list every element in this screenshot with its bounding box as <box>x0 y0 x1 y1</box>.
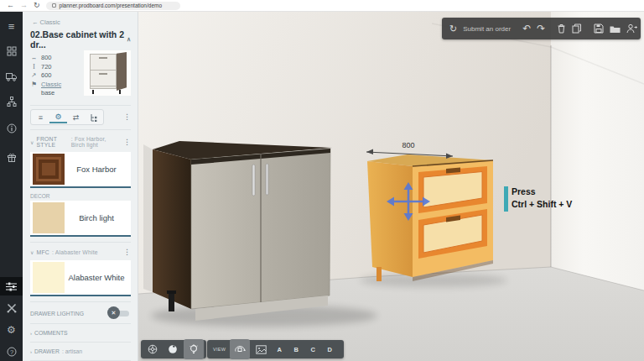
camera-d-button[interactable]: D <box>322 346 337 353</box>
thumb-front <box>90 54 117 89</box>
dimension-label: 800 <box>402 141 414 149</box>
thumb-drawer <box>91 71 116 86</box>
copy-icon[interactable] <box>572 24 582 34</box>
help-icon[interactable]: ? <box>0 343 23 361</box>
grid-icon[interactable] <box>0 42 23 60</box>
thumb-side <box>117 52 127 91</box>
cabinet-gray-doors[interactable] <box>143 141 332 321</box>
toggle-off-icon: ✕ <box>107 306 120 319</box>
decor-label: DECOR <box>30 193 131 199</box>
delete-icon[interactable] <box>557 24 566 34</box>
orbit-view-icon[interactable] <box>230 339 250 359</box>
hint-accent-bar <box>504 186 508 212</box>
tab-details-icon[interactable]: ≡ <box>32 111 49 123</box>
section-comments[interactable]: › COMMENTS <box>30 323 131 342</box>
front-style-card[interactable]: Fox Harbor <box>30 152 131 188</box>
submit-order-button[interactable]: Submit an order <box>463 25 511 33</box>
chevron-down-icon: ∨ <box>30 139 34 145</box>
camera-c-button[interactable]: C <box>305 346 320 353</box>
redo-icon[interactable]: ↷ <box>537 24 545 34</box>
top-toolbar: ↻ Submit an order ↶ ↷ <box>442 18 641 39</box>
tab-structure-icon[interactable] <box>85 111 102 123</box>
birch-light-swatch <box>33 202 65 233</box>
height-icon: I <box>30 63 38 72</box>
delivery-truck-icon[interactable] <box>0 67 23 86</box>
panel-tabs: ≡ ⚙ ⇄ ⋮ <box>30 105 131 125</box>
keyboard-hint: Press Ctrl + Shift + V <box>504 186 572 212</box>
sync-icon[interactable]: ↻ <box>449 24 457 34</box>
cabinet-leg-top <box>167 290 176 294</box>
menu-icon[interactable]: ≡ <box>0 17 23 35</box>
chevron-down-icon: ∨ <box>30 249 34 255</box>
view-toolbar: VIEW A B C D <box>207 340 344 358</box>
snapshot-icon[interactable] <box>252 341 270 358</box>
cabinet-side <box>367 161 413 277</box>
mfc-card[interactable]: Alabaster White <box>30 260 131 296</box>
properties-panel: ← Classic 02.Base cabinet with 2 dr... ∧… <box>23 12 138 361</box>
undo-icon[interactable]: ↶ <box>522 24 531 34</box>
site-icon <box>52 3 56 8</box>
chevron-right-icon: › <box>30 349 32 354</box>
cabinet-selected-orange[interactable] <box>367 154 493 281</box>
info-icon[interactable] <box>0 119 23 138</box>
thumb-leg <box>92 90 94 94</box>
icon-rail: ≡ ⚙ ? <box>0 12 23 361</box>
browser-bar: ← → ↻ planner.prodboard.com/presentation… <box>0 0 644 12</box>
width-icon: ↔ <box>30 54 38 63</box>
save-icon[interactable] <box>594 24 604 34</box>
thumb-leg <box>119 90 121 94</box>
depth-icon: ↗ <box>30 71 38 81</box>
gear-icon[interactable]: ⚙ <box>0 321 23 339</box>
thumb-drawer <box>91 55 116 71</box>
gift-icon[interactable] <box>0 148 23 166</box>
section-front-style[interactable]: ∨ FRONT STYLE : Fox Harbor, Birch light … <box>30 129 131 150</box>
tools-icon[interactable] <box>0 299 23 317</box>
render-toolbar <box>141 340 206 358</box>
svg-text:?: ? <box>9 348 13 356</box>
door-handle <box>266 164 268 195</box>
fox-harbor-swatch <box>33 154 65 185</box>
view-label: VIEW <box>213 347 226 352</box>
tabs-overflow-icon[interactable]: ⋮ <box>123 113 131 121</box>
section-mfc[interactable]: ∨ MFC : Alabaster White ⋮ <box>30 242 131 259</box>
browser-back-button[interactable]: ← <box>7 2 14 9</box>
drawer-lighting-toggle[interactable]: ✕ <box>109 309 129 317</box>
folder-icon[interactable] <box>610 24 621 34</box>
tabs-box: ≡ ⚙ ⇄ <box>30 109 104 125</box>
wall-shadow <box>143 144 153 292</box>
tab-settings-icon[interactable]: ⚙ <box>49 111 67 123</box>
quality-hub-icon[interactable] <box>143 341 162 358</box>
render-settings-icon[interactable] <box>0 277 23 296</box>
browser-reload-button[interactable]: ↻ <box>34 2 40 9</box>
alabaster-white-swatch <box>33 262 65 293</box>
tab-replace-icon[interactable]: ⇄ <box>67 111 85 123</box>
decor-card[interactable]: Birch light <box>30 201 131 237</box>
camera-b-button[interactable]: B <box>288 346 304 353</box>
right-wall <box>551 12 644 290</box>
cabinet-leg <box>377 267 382 281</box>
mfc-menu-icon[interactable]: ⋮ <box>123 249 131 256</box>
card-label: Birch light <box>65 213 128 222</box>
materials-icon[interactable] <box>164 341 182 358</box>
style-link[interactable]: Classic <box>41 81 61 90</box>
address-bar[interactable]: planner.prodboard.com/presentation/demo <box>46 2 180 10</box>
front-style-menu-icon[interactable]: ⋮ <box>123 139 131 146</box>
cabinet-thumbnail <box>84 50 131 96</box>
flag-icon: ⚑ <box>30 81 38 90</box>
hint-text: Press Ctrl + Shift + V <box>512 186 572 212</box>
cabinet-leg <box>169 292 174 311</box>
browser-forward-button[interactable]: → <box>20 2 28 9</box>
drawer-lighting-label: DRAWER LIGHTING <box>30 311 109 317</box>
collapse-caret-icon[interactable]: ∧ <box>127 36 131 43</box>
url-text: planner.prodboard.com/presentation/demo <box>60 3 163 8</box>
app-window: ← → ↻ planner.prodboard.com/presentation… <box>0 0 644 361</box>
structure-tree-icon[interactable] <box>0 92 23 111</box>
cabinet-side <box>153 149 191 309</box>
page-title: 02.Base cabinet with 2 dr... ∧ <box>30 29 131 50</box>
card-label: Fox Harbor <box>65 165 128 174</box>
section-drawer[interactable]: › DRAWER : artisan <box>30 342 131 360</box>
lighting-icon[interactable] <box>184 339 204 359</box>
share-user-icon[interactable] <box>626 24 637 34</box>
breadcrumb[interactable]: ← Classic <box>32 18 131 26</box>
camera-a-button[interactable]: A <box>272 346 287 353</box>
